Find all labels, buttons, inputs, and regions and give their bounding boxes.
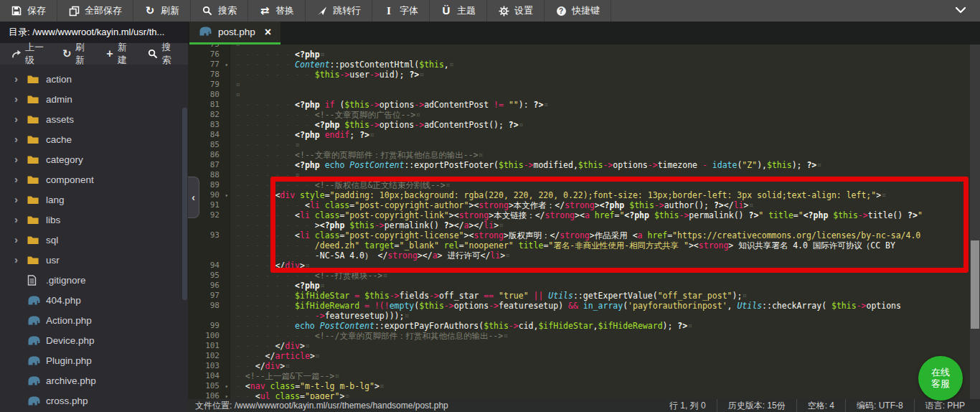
tree-item-libs[interactable]: ›libs xyxy=(0,210,188,230)
tree-item-Device.php[interactable]: Device.php xyxy=(0,330,188,350)
code-line: - - - - - - <?php¤ xyxy=(230,281,325,291)
editor-scrollbar-thumb[interactable] xyxy=(971,240,979,329)
folder-icon xyxy=(27,175,42,184)
line-number: 93 xyxy=(188,230,230,240)
line-number: 96 xyxy=(188,281,230,291)
tree-item-label: lang xyxy=(42,195,65,205)
code-line: - - - - - - - - <!--/文章的页脚部件：打赏和其他信息的输出-… xyxy=(230,331,508,341)
tree-item-404.php[interactable]: 404.php xyxy=(0,290,188,310)
file-location: 文件位置: /www/wwwroot/kayin.ml/usr/themes/h… xyxy=(188,400,659,412)
line-number xyxy=(188,240,230,251)
tree-item-cross.php[interactable]: cross.php xyxy=(0,390,188,411)
code-rows: 75¤76- - - - - - <?php¤77▾- - - - - - Co… xyxy=(188,45,980,399)
toolbar-button-label: 设置 xyxy=(514,4,533,17)
file-sidebar: 目录: /www/wwwroot/kayin.ml/usr/th... 上一级↻… xyxy=(0,22,188,412)
tree-item-category[interactable]: ›category xyxy=(0,149,188,169)
sidebar-action-up-level[interactable]: 上一级 xyxy=(4,41,55,67)
tree-item-admin[interactable]: ›admin xyxy=(0,89,188,109)
line-number: 104 xyxy=(188,371,230,381)
tree-item-assets[interactable]: ›assets xyxy=(0,109,188,129)
code-row: 81- - - - - - <?php if ($this->options->… xyxy=(188,100,980,110)
code-line: - - - - - - - - <!--打赏模块-->¤ xyxy=(230,271,387,281)
code-row: 79¤ xyxy=(188,80,980,90)
sidebar-action-refresh[interactable]: ↻刷新 xyxy=(55,41,98,67)
code-row: 93- - - - - - <li class="post-copyright-… xyxy=(188,230,980,240)
tree-item-label: cross.php xyxy=(42,395,88,406)
toolbar-button-theme[interactable]: Ü主题 xyxy=(430,0,487,22)
tree-item-Action.php[interactable]: Action.php xyxy=(0,310,188,330)
up-level-icon xyxy=(11,49,22,59)
directory-path[interactable]: 目录: /www/wwwroot/kayin.ml/usr/th... xyxy=(0,22,188,43)
folder-icon xyxy=(27,75,42,84)
chevron-right-icon: › xyxy=(14,149,27,169)
sidebar-collapse-handle[interactable]: ‹ xyxy=(188,177,199,218)
code-row: 88- - - - - - ¤ xyxy=(188,170,980,180)
sidebar-action-new[interactable]: +新建 xyxy=(98,41,141,67)
code-line: - - - - - - - <li class="post-copyright-… xyxy=(230,200,753,210)
php-file-icon xyxy=(27,375,42,385)
code-line: - - - - - - ¤ xyxy=(230,140,300,150)
toolbar-button-save[interactable]: 保存 xyxy=(0,0,57,22)
tree-item-component[interactable]: ›component xyxy=(0,169,188,189)
code-row: 75¤ xyxy=(188,45,980,50)
tree-item-label: 404.php xyxy=(42,295,81,306)
tab-close-icon[interactable]: × xyxy=(265,27,271,38)
tree-item-Plugin.php[interactable]: Plugin.php xyxy=(0,350,188,370)
tree-item-action[interactable]: ›action xyxy=(0,69,188,89)
status-item: 语言: PHP xyxy=(914,399,976,412)
toolbar-button-save-all[interactable]: 全部保存 xyxy=(57,0,133,22)
code-line: - - - - </div>¤ xyxy=(230,261,310,271)
chevron-right-icon: › xyxy=(14,109,27,129)
fold-arrow-icon[interactable]: ▾ xyxy=(225,392,228,399)
toolbar-button-settings[interactable]: 设置 xyxy=(487,0,545,22)
toolbar-button-goto-line[interactable]: 跳转行 xyxy=(306,0,372,22)
tree-item-lang[interactable]: ›lang xyxy=(0,189,188,210)
tree-item-sql[interactable]: ›sql xyxy=(0,230,188,250)
toolbar-button-replace[interactable]: ⇄替换 xyxy=(248,0,306,22)
tree-item-cache[interactable]: ›cache xyxy=(0,129,188,149)
code-line: - - - - - - <li class="post-copyright-li… xyxy=(230,210,923,220)
line-number: 105▾ xyxy=(188,381,230,391)
status-item: 空格: 4 xyxy=(796,399,845,412)
tree-item-label: sql xyxy=(42,235,58,245)
tree-item-label: cache xyxy=(42,134,72,145)
code-line: - - - - - - <li class="post-copyright-li… xyxy=(230,230,920,240)
toolbar-button-search[interactable]: 搜索 xyxy=(191,0,248,22)
chevron-down-icon xyxy=(955,4,966,17)
sidebar-action-search[interactable]: 搜索 xyxy=(141,41,184,67)
chevron-right-icon: › xyxy=(14,189,27,210)
toolbar-button-font[interactable]: I字体 xyxy=(372,0,430,22)
toolbar-button-label: 快捷键 xyxy=(572,4,600,17)
online-support-button[interactable]: 在线 客服 xyxy=(918,356,963,401)
sidebar-scrollbar-thumb[interactable] xyxy=(182,108,187,300)
toolbar-collapse-button[interactable] xyxy=(941,0,980,22)
code-line: ¤ xyxy=(230,90,240,100)
toolbar-button-refresh[interactable]: ↻刷新 xyxy=(133,0,191,22)
folder-icon xyxy=(27,235,42,245)
editor-scrollbar[interactable] xyxy=(970,45,980,399)
tree-item-gitignore[interactable]: .gitignore xyxy=(0,270,188,290)
toolbar-button-shortcuts[interactable]: ?快捷键 xyxy=(545,0,611,22)
code-editor[interactable]: 75¤76- - - - - - <?php¤77▾- - - - - - Co… xyxy=(188,45,980,399)
line-number: 79 xyxy=(188,80,230,90)
toolbar-button-label: 搜索 xyxy=(218,4,237,17)
fold-arrow-icon[interactable]: ▾ xyxy=(225,60,228,70)
sidebar-scrollbar[interactable] xyxy=(182,65,188,412)
tree-item-archive.php[interactable]: archive.php xyxy=(0,370,188,390)
tree-item-usr[interactable]: ›usr xyxy=(0,250,188,270)
code-row: 87- - - - - - <?php echo PostContent::ex… xyxy=(188,160,980,170)
code-row: 94- - - - </div>¤ xyxy=(188,261,980,271)
tab-post.php[interactable]: post.php× xyxy=(189,22,281,45)
code-line: - - </div>¤ xyxy=(230,361,290,371)
fold-arrow-icon[interactable]: ▾ xyxy=(225,382,228,392)
chevron-right-icon: › xyxy=(14,210,27,230)
search-icon xyxy=(202,5,213,17)
chevron-right-icon: › xyxy=(14,69,27,89)
code-row: 91- - - - - - - <li class="post-copyrigh… xyxy=(188,200,980,210)
fold-arrow-icon[interactable]: ▾ xyxy=(225,191,228,201)
chevron-right-icon: › xyxy=(14,250,27,270)
tree-item-label: usr xyxy=(42,255,60,266)
line-number: 85 xyxy=(188,140,230,150)
code-row: 89- - - - - - - - <!--版权信息&正文结束分割线-->¤ xyxy=(188,180,980,190)
code-row: 101- - - - </div>¤ xyxy=(188,341,980,351)
